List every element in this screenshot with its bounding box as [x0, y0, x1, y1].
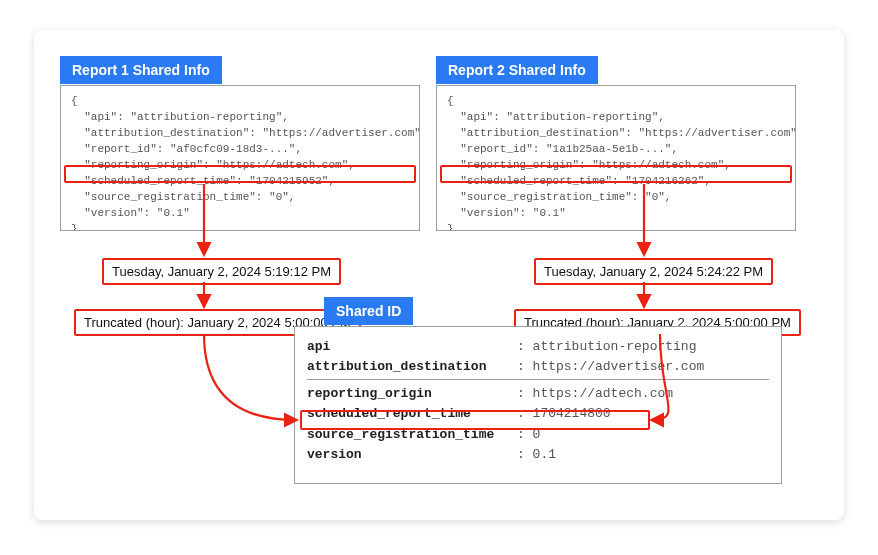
shared-id-header: Shared ID: [324, 297, 413, 325]
shared-id-box: api: attribution-reportingattribution_de…: [294, 326, 782, 484]
report2-json: { "api": "attribution-reporting", "attri…: [436, 85, 796, 231]
shared-row: version: 0.1: [307, 445, 769, 465]
report2-actual-time: Tuesday, January 2, 2024 5:24:22 PM: [534, 258, 773, 285]
shared-row: attribution_destination: https://adverti…: [307, 357, 769, 377]
report1-header: Report 1 Shared Info: [60, 56, 222, 84]
report1-actual-time: Tuesday, January 2, 2024 5:19:12 PM: [102, 258, 341, 285]
report2-header: Report 2 Shared Info: [436, 56, 598, 84]
shared-row: api: attribution-reporting: [307, 337, 769, 357]
shared-row: source_registration_time: 0: [307, 425, 769, 445]
shared-row: reporting_origin: https://adtech.com: [307, 384, 769, 404]
report1-json: { "api": "attribution-reporting", "attri…: [60, 85, 420, 231]
shared-row: scheduled_report_time: 1704214800: [307, 404, 769, 424]
diagram-card: Report 1 Shared Info { "api": "attributi…: [34, 30, 844, 520]
